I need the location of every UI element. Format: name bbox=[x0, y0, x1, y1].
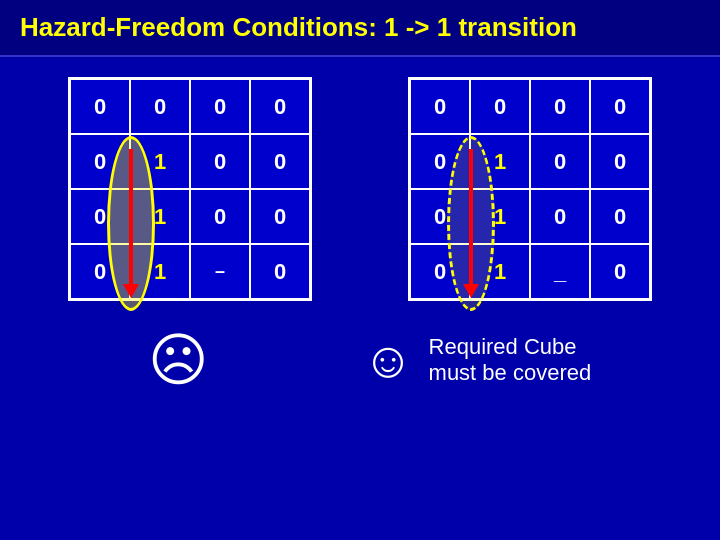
left-bottom: ☹ bbox=[48, 326, 308, 394]
rcell-1-0: 0 bbox=[410, 134, 470, 189]
rcell-2-1: 1 bbox=[470, 189, 530, 244]
rcell-2-0: 0 bbox=[410, 189, 470, 244]
cell-3-0: 0 bbox=[70, 244, 130, 299]
cell-3-3: 0 bbox=[250, 244, 310, 299]
cell-2-0: 0 bbox=[70, 189, 130, 244]
rcell-0-1: 0 bbox=[470, 79, 530, 134]
cell-3-1: 1 bbox=[130, 244, 190, 299]
left-kmap-container: 0 0 0 0 0 1 0 0 0 1 0 0 0 1 – 0 bbox=[68, 77, 312, 301]
header: Hazard-Freedom Conditions: 1 -> 1 transi… bbox=[0, 0, 720, 57]
rcell-2-2: 0 bbox=[530, 189, 590, 244]
rcell-3-2: _ bbox=[530, 244, 590, 299]
rcell-1-2: 0 bbox=[530, 134, 590, 189]
cell-2-3: 0 bbox=[250, 189, 310, 244]
rcell-0-0: 0 bbox=[410, 79, 470, 134]
cell-0-2: 0 bbox=[190, 79, 250, 134]
cell-2-1: 1 bbox=[130, 189, 190, 244]
right-kmap-container: 0 0 0 0 0 1 0 0 0 1 0 0 0 1 _ 0 bbox=[408, 77, 652, 301]
rcell-0-3: 0 bbox=[590, 79, 650, 134]
rcell-1-3: 0 bbox=[590, 134, 650, 189]
cell-1-2: 0 bbox=[190, 134, 250, 189]
sad-face-icon: ☹ bbox=[148, 326, 208, 394]
rcell-0-2: 0 bbox=[530, 79, 590, 134]
must-be-covered-label: must be covered bbox=[429, 360, 592, 386]
right-kmap: 0 0 0 0 0 1 0 0 0 1 0 0 0 1 _ 0 bbox=[408, 77, 652, 301]
cell-0-1: 0 bbox=[130, 79, 190, 134]
rcell-3-3: 0 bbox=[590, 244, 650, 299]
left-kmap: 0 0 0 0 0 1 0 0 0 1 0 0 0 1 – 0 bbox=[68, 77, 312, 301]
cell-0-3: 0 bbox=[250, 79, 310, 134]
required-cube-text: Required Cube must be covered bbox=[429, 334, 592, 386]
happy-face-icon: ☺ bbox=[363, 331, 414, 389]
rcell-2-3: 0 bbox=[590, 189, 650, 244]
rcell-3-1: 1 bbox=[470, 244, 530, 299]
required-label: Required Cube bbox=[429, 334, 592, 360]
main-content: 0 0 0 0 0 1 0 0 0 1 0 0 0 1 – 0 bbox=[0, 57, 720, 311]
cell-0-0: 0 bbox=[70, 79, 130, 134]
cell-3-2: – bbox=[190, 244, 250, 299]
cell-1-1: 1 bbox=[130, 134, 190, 189]
bottom-row: ☹ ☺ Required Cube must be covered bbox=[0, 311, 720, 394]
cell-1-3: 0 bbox=[250, 134, 310, 189]
page-title: Hazard-Freedom Conditions: 1 -> 1 transi… bbox=[20, 12, 700, 43]
rcell-1-1: 1 bbox=[470, 134, 530, 189]
rcell-3-0: 0 bbox=[410, 244, 470, 299]
cell-2-2: 0 bbox=[190, 189, 250, 244]
right-bottom: ☺ Required Cube must be covered bbox=[363, 331, 673, 389]
cell-1-0: 0 bbox=[70, 134, 130, 189]
